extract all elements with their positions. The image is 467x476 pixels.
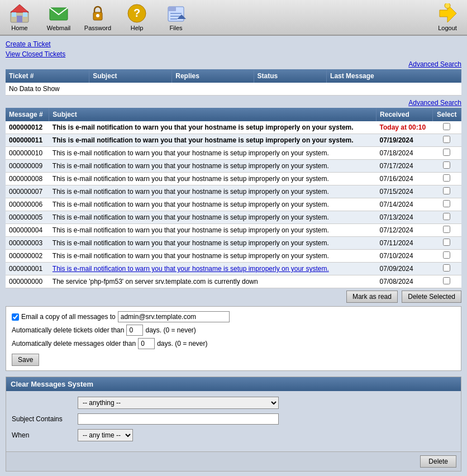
msg-select-checkbox[interactable] — [443, 149, 450, 156]
msg-id: 000000005 — [6, 211, 49, 224]
delete-tickets-setting-row: Automatically delete tickets older than … — [12, 325, 455, 336]
msg-id: 000000010 — [6, 147, 49, 160]
msg-subject: This is e-mail notification to warn you … — [49, 198, 377, 211]
svg-rect-2 — [17, 16, 22, 22]
msg-id: 000000011 — [6, 134, 49, 147]
message-row: 000000002This is e-mail notification to … — [6, 250, 461, 263]
msg-select-checkbox[interactable] — [443, 226, 450, 233]
tickets-header-row: Ticket # Subject Replies Status Last Mes… — [6, 69, 461, 83]
msg-select-checkbox[interactable] — [443, 174, 450, 182]
email-setting-label: Email a copy of all messages to — [21, 313, 116, 321]
svg-point-7 — [96, 14, 99, 17]
subject-contains-input[interactable] — [78, 413, 279, 425]
nav-files[interactable]: Files — [162, 3, 190, 31]
msg-select-checkbox[interactable] — [443, 161, 450, 169]
msg-id: 000000000 — [6, 275, 49, 288]
password-icon — [88, 3, 108, 23]
delete-tickets-label: Automatically delete tickets older than — [12, 326, 124, 334]
delete-messages-setting-row: Automatically delete messages older than… — [12, 338, 455, 349]
msg-select-checkbox[interactable] — [443, 264, 450, 272]
msg-select-checkbox[interactable] — [443, 277, 450, 284]
message-row: 000000008This is e-mail notification to … — [6, 173, 461, 185]
msg-select-cell — [432, 211, 461, 224]
clear-messages-title: Clear Messages System — [11, 380, 93, 388]
home-icon — [9, 3, 30, 23]
nav-webmail-label: Webmail — [47, 25, 71, 31]
message-row: 000000001This is e-mail notification to … — [6, 263, 461, 275]
nav-password-label: Password — [84, 25, 111, 31]
msg-select-checkbox[interactable] — [443, 123, 450, 130]
clear-messages-body: -- anything -- Subject Contains When -- … — [6, 391, 461, 451]
msg-select-cell — [432, 250, 461, 263]
msg-select-cell — [432, 198, 461, 211]
create-ticket-link[interactable]: Create a Ticket — [6, 40, 51, 48]
delete-messages-input[interactable] — [138, 338, 155, 349]
col-msg-received: Received — [377, 108, 432, 121]
message-row: 000000007This is e-mail notification to … — [6, 185, 461, 198]
message-row: 000000000The service 'php-fpm53' on serv… — [6, 275, 461, 288]
col-msg-num: Message # — [6, 108, 49, 121]
nav-logout[interactable]: Logout — [433, 3, 461, 31]
msg-select-cell — [432, 224, 461, 237]
msg-select-cell — [432, 121, 461, 134]
msg-select-checkbox[interactable] — [443, 239, 450, 246]
msg-received: 07/12/2024 — [377, 224, 432, 237]
msg-id: 000000004 — [6, 224, 49, 237]
help-icon: ? — [127, 3, 147, 23]
main-content: Create a Ticket View Closed Tickets Adva… — [0, 36, 467, 476]
delete-tickets-input[interactable] — [126, 325, 143, 336]
messages-header-row: Message # Subject Received Select — [6, 108, 461, 121]
files-icon — [166, 3, 186, 23]
msg-subject: This is e-mail notification to warn you … — [49, 173, 377, 185]
advanced-search-row-1: Advanced Search — [6, 60, 461, 68]
msg-select-cell — [432, 263, 461, 275]
svg-marker-1 — [11, 4, 28, 12]
msg-subject: This is e-mail notification to warn you … — [49, 250, 377, 263]
create-ticket-row: Create a Ticket — [6, 40, 461, 48]
email-checkbox[interactable] — [12, 313, 19, 321]
email-input[interactable] — [118, 311, 230, 322]
msg-subject: This is e-mail notification to warn you … — [49, 134, 377, 147]
msg-select-checkbox[interactable] — [443, 200, 450, 207]
msg-subject: This is e-mail notification to warn you … — [49, 211, 377, 224]
msg-subject[interactable]: This is e-mail notification to warn you … — [49, 263, 377, 275]
delete-button[interactable]: Delete — [420, 455, 456, 468]
advanced-search-link-2[interactable]: Advanced Search — [408, 99, 461, 107]
msg-select-checkbox[interactable] — [443, 251, 450, 259]
nav-help-label: Help — [131, 25, 144, 31]
email-setting-row: Email a copy of all messages to — [12, 311, 455, 322]
msg-id: 000000003 — [6, 237, 49, 250]
msg-subject: This is e-mail notification to warn you … — [49, 224, 377, 237]
msg-select-checkbox[interactable] — [443, 213, 450, 220]
delete-selected-button[interactable]: Delete Selected — [402, 291, 461, 303]
nav-home[interactable]: Home — [6, 3, 34, 31]
delete-messages-label: Automatically delete messages older than — [12, 340, 136, 348]
save-button[interactable]: Save — [12, 354, 39, 366]
delete-tickets-suffix: days. (0 = never) — [145, 326, 196, 334]
advanced-search-link-1[interactable]: Advanced Search — [408, 60, 461, 68]
msg-subject: This is e-mail notification to warn you … — [49, 237, 377, 250]
view-closed-link[interactable]: View Closed Tickets — [6, 50, 65, 58]
msg-id: 000000006 — [6, 198, 49, 211]
msg-select-checkbox[interactable] — [443, 136, 450, 143]
nav-password[interactable]: Password — [84, 3, 112, 31]
nav-help[interactable]: ? Help — [123, 3, 151, 31]
msg-subject: The service 'php-fpm53' on server srv.te… — [49, 275, 377, 288]
msg-id: 000000001 — [6, 263, 49, 275]
msg-subject: This is e-mail notification to warn you … — [49, 185, 377, 198]
webmail-icon — [49, 3, 69, 23]
col-replies: Replies — [172, 69, 254, 83]
clear-messages-header: Clear Messages System — [6, 377, 461, 391]
when-select[interactable]: -- any time -- — [78, 429, 133, 441]
svg-rect-11 — [168, 7, 176, 11]
messages-table: Message # Subject Received Select 000000… — [6, 108, 461, 288]
col-ticket-num: Ticket # — [6, 69, 89, 83]
msg-received: 07/15/2024 — [377, 185, 432, 198]
advanced-search-row-2: Advanced Search — [6, 99, 461, 107]
msg-received: 07/18/2024 — [377, 147, 432, 160]
top-navigation: Home Webmail Password ? Help F — [0, 0, 467, 36]
filter-select[interactable]: -- anything -- — [78, 397, 279, 409]
nav-webmail[interactable]: Webmail — [45, 3, 73, 31]
mark-as-read-button[interactable]: Mark as read — [346, 291, 398, 303]
msg-select-checkbox[interactable] — [443, 187, 450, 194]
